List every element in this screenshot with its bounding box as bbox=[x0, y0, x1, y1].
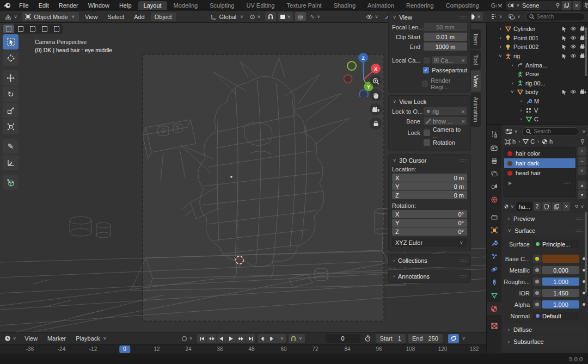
expand-icon[interactable]: › bbox=[509, 81, 516, 86]
zoom-button[interactable] bbox=[370, 75, 382, 87]
panel-grip-icon[interactable]: ∷∷ bbox=[576, 216, 583, 221]
timeline-ruler[interactable]: -36 -24 -12 0 12 24 36 48 60 72 84 96 10… bbox=[0, 344, 486, 354]
add-slot-button[interactable]: + bbox=[578, 147, 586, 156]
scene-close-icon[interactable]: × bbox=[573, 1, 580, 10]
clear-icon[interactable]: × bbox=[462, 57, 465, 64]
hide-eye-icon[interactable] bbox=[570, 35, 577, 41]
viewlayer-icon[interactable] bbox=[585, 3, 588, 8]
tool-measure[interactable] bbox=[3, 155, 19, 170]
workspace-tab-geometry[interactable]: Geometry bbox=[486, 1, 497, 10]
select-mode-invert[interactable] bbox=[39, 24, 50, 33]
roughness-socket-button[interactable] bbox=[533, 277, 541, 286]
scene-browse-caret-icon[interactable]: ˅ bbox=[516, 3, 520, 8]
decorator-dot[interactable] bbox=[581, 303, 586, 306]
use-preview-range-toggle[interactable] bbox=[363, 334, 373, 343]
tool-rotate[interactable]: ↻ bbox=[3, 87, 19, 102]
outliner-display-mode-button[interactable]: ˅ bbox=[489, 12, 505, 21]
subsurface-panel-header[interactable]: › Subsurface bbox=[504, 336, 586, 347]
bone-field[interactable]: brow ... × bbox=[424, 117, 467, 125]
expand-icon[interactable]: › bbox=[517, 98, 525, 104]
lock-rotation-checkbox[interactable] bbox=[424, 139, 430, 146]
slot-filter-icon[interactable]: ▶ bbox=[509, 181, 512, 186]
menu-render[interactable]: Render bbox=[54, 1, 83, 10]
unlink-material-icon[interactable]: × bbox=[562, 202, 570, 211]
collapse-icon[interactable]: ˅ bbox=[509, 89, 516, 95]
base-color-swatch[interactable] bbox=[542, 255, 579, 263]
timeline-menu-view[interactable]: View bbox=[21, 334, 41, 343]
outliner-search[interactable] bbox=[525, 13, 585, 21]
outliner-scrollbar[interactable] bbox=[585, 27, 587, 76]
tab-texture-icon[interactable] bbox=[487, 319, 501, 332]
clear-icon[interactable]: × bbox=[462, 108, 465, 115]
clip-end-field[interactable]: 1000 m bbox=[424, 42, 467, 51]
menu-help[interactable]: Help bbox=[115, 1, 136, 10]
outliner-row-point001[interactable]: › Point.001 bbox=[487, 34, 588, 43]
timeline-snap-toggle[interactable]: ˅ bbox=[289, 334, 304, 343]
outliner-filter-button[interactable]: ˅ bbox=[507, 12, 523, 21]
properties-scrollbar[interactable] bbox=[585, 212, 587, 293]
properties-search-input[interactable] bbox=[534, 128, 575, 134]
material-name-field[interactable]: ha... bbox=[516, 202, 532, 211]
select-arrow-icon[interactable] bbox=[562, 44, 567, 50]
frame-step-caret[interactable]: ˅ bbox=[277, 334, 286, 343]
object-icon[interactable] bbox=[505, 139, 511, 145]
auto-keying-toggle[interactable]: ˅ bbox=[180, 334, 195, 343]
view-panel-header[interactable]: ˅ View ∷∷ bbox=[389, 13, 470, 22]
camera-to-view-checkbox[interactable] bbox=[424, 129, 430, 136]
diffuse-panel-header[interactable]: › Diffuse bbox=[504, 324, 586, 335]
expand-icon[interactable]: › bbox=[497, 44, 504, 50]
workspace-tab-shading[interactable]: Shading bbox=[328, 1, 361, 10]
list-grip-icon[interactable]: ∷∷ bbox=[564, 180, 571, 186]
metallic-socket-button[interactable] bbox=[533, 266, 541, 274]
tab-material-icon[interactable] bbox=[487, 302, 501, 315]
hide-eye-icon[interactable] bbox=[570, 26, 577, 32]
tab-constraints-icon[interactable] bbox=[487, 276, 501, 289]
panel-grip-icon[interactable]: ∷∷ bbox=[460, 15, 467, 20]
tab-render-icon[interactable] bbox=[487, 141, 501, 154]
start-frame-field[interactable]: Start 1 bbox=[376, 334, 406, 343]
users-count-button[interactable]: 2 bbox=[534, 202, 541, 211]
viewport-menu-object[interactable]: Object bbox=[151, 13, 176, 21]
playhead-badge[interactable]: 0 bbox=[119, 346, 130, 353]
tab-object-icon[interactable] bbox=[487, 224, 501, 237]
hide-eye-icon[interactable] bbox=[570, 89, 577, 95]
play-reverse-button[interactable] bbox=[217, 334, 226, 343]
camera-view-button[interactable] bbox=[370, 103, 382, 115]
move-slot-up-button[interactable]: ▲ bbox=[578, 181, 586, 189]
menu-window[interactable]: Window bbox=[84, 1, 114, 10]
tab-object-data-icon[interactable] bbox=[487, 289, 501, 302]
tool-add-cube[interactable] bbox=[3, 175, 19, 190]
menu-file[interactable]: File bbox=[15, 1, 33, 10]
cursor-rotation-x[interactable]: X0° bbox=[392, 210, 467, 218]
properties-editor-type-button[interactable]: ˅ bbox=[504, 127, 520, 136]
local-camera-checkbox[interactable] bbox=[424, 57, 430, 64]
breadcrumb-mesh[interactable]: C bbox=[530, 138, 535, 145]
3d-cursor-header[interactable]: ˅ 3D Cursor ∷∷ bbox=[389, 156, 470, 165]
prev-keyframe-button[interactable] bbox=[207, 334, 216, 343]
breadcrumb-object[interactable]: h bbox=[512, 138, 516, 145]
select-mode-subtract[interactable] bbox=[27, 24, 38, 33]
workspace-tab-texture-paint[interactable]: Texture Paint bbox=[281, 1, 327, 10]
clear-icon[interactable]: × bbox=[462, 118, 465, 125]
expand-icon[interactable]: › bbox=[517, 108, 525, 113]
properties-search[interactable] bbox=[522, 127, 579, 136]
tab-physics-icon[interactable] bbox=[487, 263, 501, 276]
remove-slot-button[interactable]: − bbox=[578, 157, 586, 165]
metallic-slider[interactable]: 0.000 bbox=[542, 266, 579, 274]
tab-tool-icon[interactable] bbox=[487, 128, 501, 141]
cursor-rotation-z[interactable]: Z0° bbox=[392, 227, 467, 236]
view-lock-header[interactable]: ˅ View Lock bbox=[389, 97, 470, 106]
blender-logo-icon[interactable] bbox=[3, 2, 11, 9]
show-object-types-dropdown[interactable]: ˅ bbox=[364, 12, 381, 21]
workspace-tab-rendering[interactable]: Rendering bbox=[401, 1, 439, 10]
outliner-row-modifiers[interactable]: › M bbox=[487, 97, 588, 106]
copy-material-icon[interactable] bbox=[552, 202, 561, 211]
annotations-panel[interactable]: ›Annotations∷∷ bbox=[388, 270, 471, 283]
panel-grip-icon[interactable]: ∷∷ bbox=[460, 158, 467, 163]
transform-orientation-selector[interactable]: Global ˅ bbox=[209, 12, 246, 21]
lock-view-button[interactable] bbox=[370, 118, 382, 129]
tab-collection-icon[interactable] bbox=[487, 211, 501, 224]
hide-eye-icon[interactable] bbox=[570, 44, 577, 50]
outliner-row-rig[interactable]: ˅ rig bbox=[487, 52, 588, 61]
focal-length-field[interactable]: 50 mm bbox=[424, 23, 467, 31]
